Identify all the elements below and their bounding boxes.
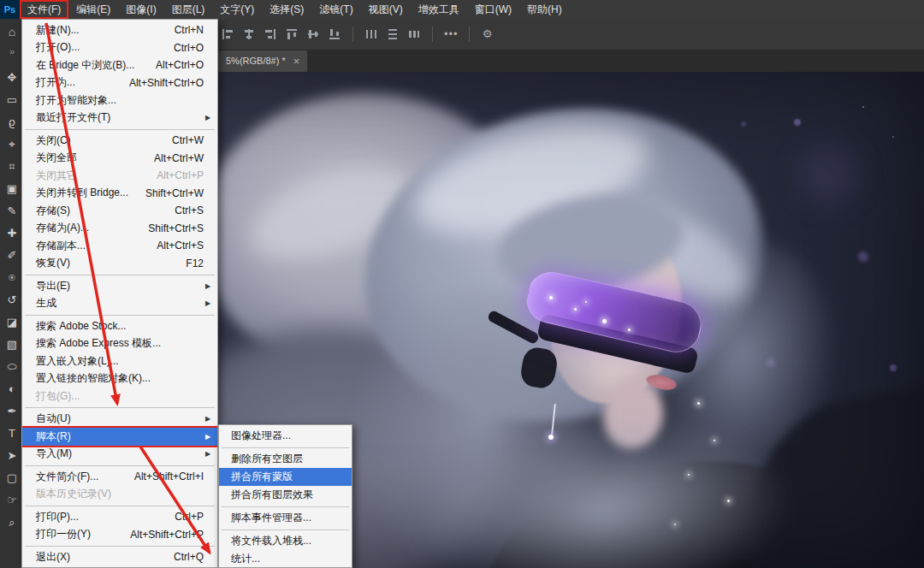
eyedropper-tool[interactable]: ✎: [0, 200, 24, 222]
menubar-item[interactable]: 增效工具: [411, 0, 467, 19]
healing-brush-tool[interactable]: ✚: [0, 222, 24, 245]
file-menu-item[interactable]: 关闭其它 Alt+Ctrl+P: [22, 167, 217, 185]
menu-item-label: 存储(S): [36, 204, 70, 218]
crop-tool[interactable]: ⌗: [0, 156, 24, 178]
file-menu-item[interactable]: 退出(X) Ctrl+Q: [22, 548, 217, 566]
file-menu-item[interactable]: 脚本(R): [22, 428, 217, 446]
submenu-item[interactable]: 拼合所有图层效果: [219, 486, 352, 504]
object-selection-tool[interactable]: ⌖: [0, 133, 24, 156]
frame-tool[interactable]: ▣: [0, 178, 24, 200]
file-menu-item[interactable]: 在 Bridge 中浏览(B)... Alt+Ctrl+O: [22, 56, 217, 74]
menubar-item[interactable]: 选择(S): [262, 0, 311, 19]
file-menu-item[interactable]: 导入(M): [22, 446, 217, 464]
eraser-tool[interactable]: ◪: [0, 311, 24, 334]
file-menu-item[interactable]: 文件简介(F)... Alt+Shift+Ctrl+I: [22, 468, 217, 486]
align-left-icon[interactable]: [221, 27, 234, 41]
menubar-item[interactable]: 编辑(E): [68, 0, 118, 19]
file-menu-item[interactable]: 关闭并转到 Bridge... Shift+Ctrl+W: [22, 185, 217, 203]
menubar-item[interactable]: 文件(F): [20, 0, 68, 19]
file-menu-item[interactable]: 存储(S) Ctrl+S: [22, 202, 217, 220]
submenu-item[interactable]: 拼合所有蒙版: [219, 468, 352, 486]
gradient-tool[interactable]: ▧: [0, 334, 24, 356]
menu-item-label: 打印一份(Y): [36, 527, 91, 541]
align-top-icon[interactable]: [285, 27, 299, 41]
file-menu-item[interactable]: 打开为智能对象...: [22, 92, 217, 109]
tools-list: ✥ ▭ ϱ ⌖ ⌗ ▣ ✎ ✚ ✐ ⍟ ↺ ◪ ▧ ⬭ ◐ ✒: [0, 67, 24, 534]
menu-item-shortcut: F12: [186, 257, 214, 269]
file-menu-item[interactable]: 自动(U): [22, 411, 217, 429]
options-bar-icons: ••• ⚙: [221, 19, 495, 50]
clone-stamp-tool[interactable]: ⍟: [0, 267, 24, 289]
menubar-item[interactable]: 视图(V): [361, 0, 411, 19]
menu-item-shortcut: Shift+Ctrl+S: [148, 222, 214, 234]
file-menu-item[interactable]: 关闭(C) Ctrl+W: [22, 132, 217, 150]
submenu-item[interactable]: 脚本事件管理器...: [219, 509, 352, 527]
more-options-icon[interactable]: •••: [444, 27, 458, 41]
distribute-horizontal-icon[interactable]: [364, 27, 378, 41]
expand-toolbar-icon[interactable]: »: [9, 44, 15, 62]
file-menu-item[interactable]: 打印(P)... Ctrl+P: [22, 508, 217, 526]
marquee-tool[interactable]: ▭: [0, 89, 24, 111]
submenu-item[interactable]: 图像处理器...: [219, 427, 352, 445]
file-menu-item[interactable]: 置入嵌入对象(L)...: [22, 352, 217, 370]
menubar-item[interactable]: 图像(I): [118, 0, 163, 19]
file-menu-item[interactable]: 打包(G)...: [22, 388, 217, 405]
file-menu-item[interactable]: 搜索 Adobe Express 模板...: [22, 335, 217, 353]
tab-close-icon[interactable]: ×: [293, 55, 300, 68]
brush-tool[interactable]: ✐: [0, 245, 24, 267]
align-bottom-icon[interactable]: [328, 27, 341, 41]
file-menu-item[interactable]: 导出(E): [22, 277, 217, 295]
blur-tool[interactable]: ⬭: [0, 356, 24, 378]
submenu-arrow-icon: [205, 446, 213, 464]
submenu-item[interactable]: 统计...: [219, 550, 352, 568]
menubar-item[interactable]: 窗口(W): [467, 0, 519, 19]
zoom-tool[interactable]: ⌕: [0, 512, 24, 534]
settings-gear-icon[interactable]: ⚙: [481, 27, 495, 41]
menubar-item[interactable]: 滤镜(T): [311, 0, 360, 19]
document-tab-title: 5%(RGB/8#) *: [226, 56, 286, 66]
file-menu-item[interactable]: 版本历史记录(V): [22, 486, 217, 504]
file-menu-item[interactable]: 生成: [22, 295, 217, 313]
menu-item-label: 导入(M): [36, 447, 72, 461]
file-menu-item[interactable]: 打开为... Alt+Shift+Ctrl+O: [22, 74, 217, 92]
menu-item-shortcut: Ctrl+S: [175, 204, 214, 216]
menu-item-label: 置入链接的智能对象(K)...: [36, 371, 151, 386]
menu-item-label: 打开为智能对象...: [36, 93, 116, 108]
history-brush-tool[interactable]: ↺: [0, 289, 24, 311]
file-menu-item[interactable]: 最近打开文件(T): [22, 109, 217, 127]
home-icon[interactable]: ⌂: [9, 19, 15, 44]
align-right-icon[interactable]: [264, 27, 277, 41]
file-menu-item[interactable]: 置入链接的智能对象(K)...: [22, 370, 217, 388]
file-menu-item[interactable]: 新建(N)... Ctrl+N: [22, 21, 217, 39]
align-middle-vertical-icon[interactable]: [306, 27, 320, 41]
menu-item-label: 打包(G)...: [36, 389, 80, 404]
file-menu-item[interactable]: 搜索 Adobe Stock...: [22, 317, 217, 335]
menubar-item[interactable]: 文字(Y): [212, 0, 262, 19]
document-tab[interactable]: 5%(RGB/8#) * ×: [218, 50, 307, 72]
file-menu-item[interactable]: 恢复(V) F12: [22, 255, 217, 273]
file-menu-item[interactable]: 关闭全部 Alt+Ctrl+W: [22, 150, 217, 168]
distribute-widths-icon[interactable]: [407, 27, 421, 41]
submenu-arrow-icon: [205, 295, 213, 313]
submenu-item[interactable]: 将文件载入堆栈...: [219, 532, 352, 550]
file-menu-item[interactable]: 存储副本... Alt+Ctrl+S: [22, 237, 217, 255]
dodge-tool[interactable]: ◐: [0, 378, 24, 400]
submenu-item[interactable]: 删除所有空图层: [219, 450, 352, 468]
type-tool[interactable]: T: [0, 423, 24, 445]
distribute-vertical-icon[interactable]: [386, 27, 400, 41]
pen-tool[interactable]: ✒: [0, 400, 24, 423]
hand-tool[interactable]: ☞: [0, 489, 24, 512]
file-menu-item[interactable]: 存储为(A)... Shift+Ctrl+S: [22, 220, 217, 238]
menu-item-label: 生成: [36, 296, 56, 311]
menu-item-label: 导出(E): [36, 279, 70, 293]
menubar-item[interactable]: 帮助(H): [519, 0, 570, 19]
file-menu-item[interactable]: 打开(O)... Ctrl+O: [22, 39, 217, 57]
menubar-item[interactable]: 图层(L): [164, 0, 213, 19]
shape-tool[interactable]: ▢: [0, 467, 24, 489]
lasso-tool[interactable]: ϱ: [0, 111, 24, 133]
submenu-arrow-icon: [205, 428, 213, 446]
move-tool[interactable]: ✥: [0, 67, 24, 89]
file-menu-item[interactable]: 打印一份(Y) Alt+Shift+Ctrl+P: [22, 526, 217, 544]
path-selection-tool[interactable]: ➤: [0, 445, 24, 467]
align-center-horizontal-icon[interactable]: [242, 27, 256, 41]
